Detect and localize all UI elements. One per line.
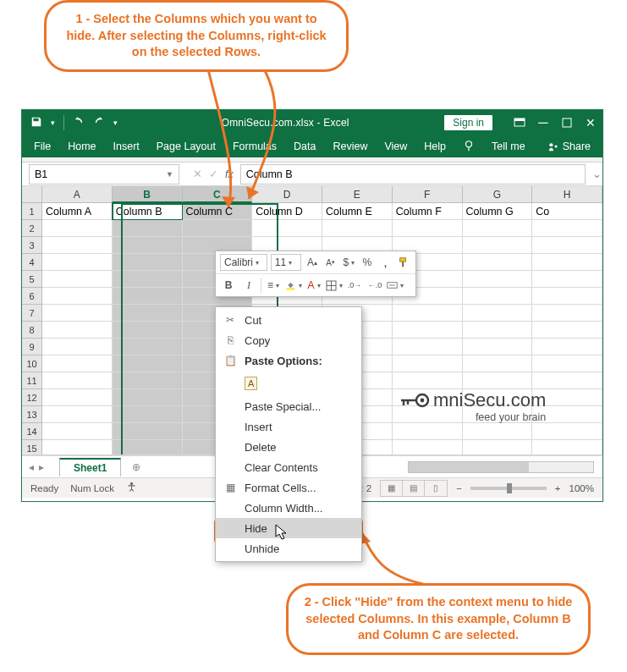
context-menu-item-cut[interactable]: ✂Cut xyxy=(216,310,361,330)
cell[interactable] xyxy=(42,271,113,288)
cell[interactable]: Column B xyxy=(113,203,183,220)
cell[interactable] xyxy=(42,372,113,389)
cell[interactable] xyxy=(42,339,113,355)
context-menu-item-clear-contents[interactable]: Clear Contents xyxy=(216,457,361,477)
row-header[interactable]: 3 xyxy=(22,237,42,254)
cell[interactable] xyxy=(532,271,602,288)
cell[interactable] xyxy=(393,372,463,389)
cell[interactable] xyxy=(532,355,602,372)
cell[interactable] xyxy=(113,271,183,288)
context-menu-item-paste-special[interactable]: Paste Special... xyxy=(216,396,361,416)
tab-page-layout[interactable]: Page Layout xyxy=(157,140,216,152)
save-icon[interactable] xyxy=(30,116,42,130)
name-box-dropdown-icon[interactable]: ▼ xyxy=(166,170,173,179)
increase-decimal-icon[interactable]: .0→ xyxy=(346,277,363,294)
tab-data[interactable]: Data xyxy=(294,140,316,152)
cell[interactable] xyxy=(42,355,113,372)
cell[interactable] xyxy=(42,254,113,271)
cell[interactable]: Column D xyxy=(252,203,322,220)
context-menu-item-hide[interactable]: Hide xyxy=(216,518,361,538)
cell[interactable] xyxy=(113,254,183,271)
cell[interactable] xyxy=(532,220,602,237)
cell[interactable] xyxy=(113,339,183,355)
cell[interactable] xyxy=(113,220,183,237)
column-header-g[interactable]: G xyxy=(463,186,533,203)
cell[interactable] xyxy=(113,305,183,322)
tab-view[interactable]: View xyxy=(384,140,407,152)
context-menu-item-paste-icon[interactable]: A xyxy=(216,371,361,396)
context-menu-item-copy[interactable]: ⎘Copy xyxy=(216,330,361,350)
close-icon[interactable]: ✕ xyxy=(579,110,602,135)
borders-icon[interactable]: ▾ xyxy=(326,277,343,294)
cell[interactable]: Column G xyxy=(463,203,533,220)
cell[interactable]: Column E xyxy=(322,203,393,220)
cell[interactable]: Column A xyxy=(42,203,113,220)
cell[interactable]: Column F xyxy=(393,203,463,220)
insert-function-icon[interactable]: fx xyxy=(225,168,234,180)
cell[interactable] xyxy=(532,237,602,254)
cell[interactable] xyxy=(252,220,322,237)
row-header[interactable]: 9 xyxy=(22,339,42,355)
decrease-font-icon[interactable]: A▾ xyxy=(323,254,338,271)
row-header[interactable]: 14 xyxy=(22,423,42,440)
comma-format-icon[interactable]: , xyxy=(378,254,393,271)
ribbon-display-icon[interactable] xyxy=(508,110,531,135)
cell[interactable] xyxy=(463,254,533,271)
share-button[interactable]: Share xyxy=(547,140,591,152)
qat-dropdown-icon[interactable]: ▾ xyxy=(51,118,55,127)
cell[interactable] xyxy=(113,237,183,254)
cell[interactable] xyxy=(42,322,113,339)
row-header[interactable]: 12 xyxy=(22,389,42,406)
percent-format-icon[interactable]: % xyxy=(360,254,375,271)
tell-me-icon[interactable] xyxy=(463,140,475,154)
cell[interactable] xyxy=(322,220,393,237)
enter-formula-icon[interactable]: ✓ xyxy=(209,168,218,180)
row-header[interactable]: 15 xyxy=(22,440,42,455)
cell[interactable] xyxy=(532,440,602,455)
row-header[interactable]: 11 xyxy=(22,372,42,389)
view-normal-icon[interactable]: ▦ xyxy=(381,481,403,496)
column-header-f[interactable]: F xyxy=(393,186,463,203)
paste-option-icon[interactable]: A xyxy=(245,377,257,390)
cell[interactable] xyxy=(532,372,602,389)
cell[interactable] xyxy=(463,288,533,305)
cell[interactable] xyxy=(42,423,113,440)
cell[interactable] xyxy=(42,389,113,406)
column-header-h[interactable]: H xyxy=(532,186,602,203)
cell[interactable] xyxy=(463,305,533,322)
cell[interactable] xyxy=(463,440,533,455)
format-painter-icon[interactable] xyxy=(396,254,411,271)
sheet-nav-prev-icon[interactable]: ◂ xyxy=(29,461,34,473)
cell[interactable] xyxy=(113,288,183,305)
row-header[interactable]: 2 xyxy=(22,220,42,237)
cell[interactable] xyxy=(463,339,533,355)
column-header-a[interactable]: A xyxy=(42,186,113,203)
cell[interactable] xyxy=(463,322,533,339)
minimize-icon[interactable]: ─ xyxy=(531,110,555,135)
align-icon[interactable]: ≡▾ xyxy=(265,277,282,294)
font-color-icon[interactable]: A▾ xyxy=(305,277,322,294)
row-header[interactable]: 1 xyxy=(22,203,42,220)
accessibility-icon[interactable] xyxy=(126,482,137,494)
cell[interactable] xyxy=(532,288,602,305)
row-header[interactable]: 8 xyxy=(22,322,42,339)
tab-file[interactable]: File xyxy=(34,140,51,152)
cell[interactable] xyxy=(42,237,113,254)
row-header[interactable]: 10 xyxy=(22,355,42,372)
tab-formulas[interactable]: Formulas xyxy=(233,140,277,152)
cell[interactable] xyxy=(42,305,113,322)
cell[interactable] xyxy=(42,220,113,237)
tab-review[interactable]: Review xyxy=(333,140,367,152)
view-page-layout-icon[interactable]: ▤ xyxy=(403,481,425,496)
cell[interactable] xyxy=(463,372,533,389)
maximize-icon[interactable] xyxy=(555,110,579,135)
fill-color-icon[interactable]: ▾ xyxy=(285,277,302,294)
cell[interactable] xyxy=(42,440,113,455)
row-header[interactable]: 4 xyxy=(22,254,42,271)
undo-icon[interactable] xyxy=(73,116,85,130)
name-box[interactable]: B1 ▼ xyxy=(29,164,179,185)
cell[interactable] xyxy=(463,355,533,372)
bold-icon[interactable]: B xyxy=(220,277,237,294)
italic-icon[interactable]: I xyxy=(240,277,257,294)
cell[interactable] xyxy=(113,389,183,406)
